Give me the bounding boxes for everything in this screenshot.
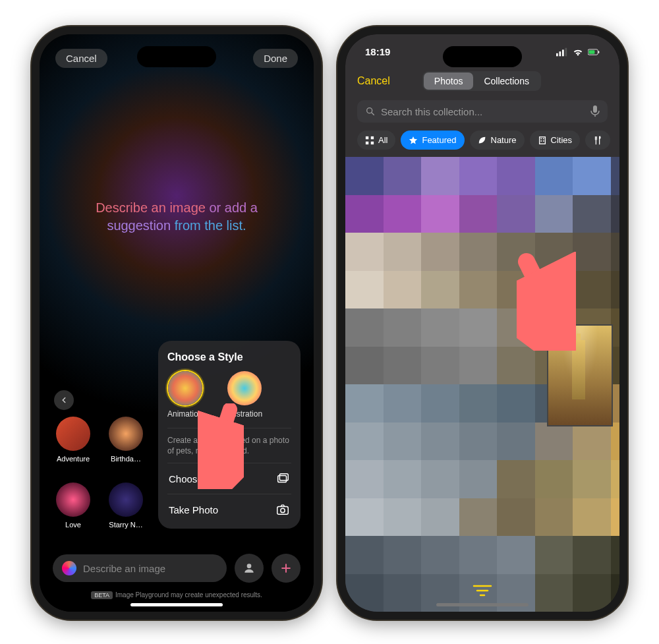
photo-pixel <box>611 536 620 574</box>
chip-featured[interactable]: Featured <box>401 131 464 150</box>
search-input[interactable]: Search this collection... <box>357 100 608 123</box>
filter-chips: All Featured Nature Cities <box>357 131 619 150</box>
photo-pixel <box>384 536 422 574</box>
svg-rect-20 <box>539 136 545 144</box>
suggestion-thumb <box>109 417 143 451</box>
chip-all[interactable]: All <box>357 131 395 150</box>
photo-pixel <box>573 574 611 612</box>
done-button[interactable]: Done <box>253 49 298 68</box>
suggestion-thumb <box>56 483 90 517</box>
photo-pixel <box>459 423 498 461</box>
photo-pixel <box>384 308 422 347</box>
describe-input[interactable]: Describe an image <box>53 554 227 582</box>
prompt-placeholder: Describe an image or add a suggestion fr… <box>40 199 314 235</box>
photo-pixel <box>497 536 535 574</box>
suggestion-starry[interactable]: Starry N… <box>103 483 149 529</box>
svg-line-25 <box>527 262 563 334</box>
photo-pixel <box>497 347 535 385</box>
tab-photos[interactable]: Photos <box>424 73 474 90</box>
photo-pixel <box>421 271 459 309</box>
suggestion-birthday[interactable]: Birthda… <box>103 417 149 463</box>
status-time: 18:19 <box>365 46 390 57</box>
panel-title: Choose a Style <box>167 351 291 363</box>
photo-pixel <box>497 384 535 423</box>
tab-collections[interactable]: Collections <box>473 73 539 90</box>
photo-pixel <box>384 574 422 612</box>
photo-pixel <box>535 423 573 461</box>
photo-pixel <box>535 574 573 612</box>
suggestion-label: Adventure <box>57 455 90 463</box>
chip-nature[interactable]: Nature <box>470 131 525 150</box>
cancel-button[interactable]: Cancel <box>357 75 390 87</box>
person-icon <box>243 562 256 575</box>
chip-label: Nature <box>491 135 517 145</box>
photo-pixel <box>535 536 573 574</box>
photo-pixel <box>345 195 384 233</box>
building-icon <box>538 136 547 145</box>
camera-icon <box>275 502 290 517</box>
add-button[interactable] <box>272 554 301 583</box>
suggestion-love[interactable]: Love <box>50 483 96 529</box>
photo-pixel <box>345 157 384 195</box>
svg-rect-9 <box>565 47 567 56</box>
mic-icon[interactable] <box>590 105 600 117</box>
photo-pixel <box>459 271 498 309</box>
beta-badge: BETA <box>91 591 113 599</box>
search-icon <box>365 106 376 117</box>
photo-pixel <box>421 157 459 195</box>
chip-cities[interactable]: Cities <box>530 131 581 150</box>
svg-rect-23 <box>540 140 542 142</box>
intelligence-icon <box>62 561 76 575</box>
photo-pixel <box>345 384 384 423</box>
svg-rect-17 <box>371 136 374 138</box>
svg-rect-8 <box>562 49 564 56</box>
filter-toggle-button[interactable] <box>471 583 494 601</box>
photo-pixel <box>345 308 384 347</box>
svg-rect-15 <box>593 105 597 113</box>
photo-pixel <box>384 460 422 498</box>
beachball-icon <box>227 371 262 405</box>
svg-point-13 <box>367 108 372 113</box>
status-icons <box>556 47 600 57</box>
phone-right: 18:19 Cancel Photos Collections Search t… <box>337 26 627 620</box>
svg-rect-6 <box>556 53 558 56</box>
suggestion-label: Birthda… <box>111 455 141 463</box>
photo-pixel <box>345 574 384 612</box>
photo-pixel <box>573 423 611 461</box>
photo-pixel <box>384 271 422 309</box>
photo-pixel <box>535 195 573 233</box>
battery-icon <box>588 47 600 57</box>
suggestion-adventure[interactable]: Adventure <box>50 417 96 463</box>
photo-pixel <box>497 195 535 233</box>
photo-pixel <box>611 574 620 612</box>
photo-pixel <box>384 157 422 195</box>
photo-pixel <box>345 460 384 498</box>
svg-rect-12 <box>598 51 599 53</box>
photo-pixel <box>345 233 384 271</box>
photo-pixel <box>459 195 498 233</box>
take-photo-button[interactable]: Take Photo <box>167 494 291 525</box>
svg-rect-0 <box>278 476 287 483</box>
suggestion-thumb <box>56 417 90 451</box>
notch <box>443 46 522 67</box>
photo-pixel <box>345 271 384 309</box>
photo-pixel <box>459 347 498 385</box>
photo-pixel <box>611 233 620 271</box>
back-chevron-button[interactable] <box>54 390 74 410</box>
person-button[interactable] <box>235 554 264 583</box>
picker-header: Cancel Photos Collections <box>345 71 619 91</box>
suggestion-label: Starry N… <box>109 521 142 529</box>
photo-pixel <box>497 423 535 461</box>
photo-pixel <box>459 308 498 347</box>
notch <box>137 46 216 67</box>
photo-pixel <box>535 157 573 195</box>
chip-food-partial[interactable] <box>585 131 610 150</box>
suggestion-label: Love <box>65 521 81 529</box>
photo-pixel <box>573 157 611 195</box>
photo-pixel <box>573 460 611 498</box>
cancel-button[interactable]: Cancel <box>55 49 107 68</box>
photos-stack-icon <box>275 471 290 486</box>
view-segment: Photos Collections <box>422 71 541 91</box>
bottom-bar: Describe an image <box>53 554 301 583</box>
photo-pixel <box>535 460 573 498</box>
